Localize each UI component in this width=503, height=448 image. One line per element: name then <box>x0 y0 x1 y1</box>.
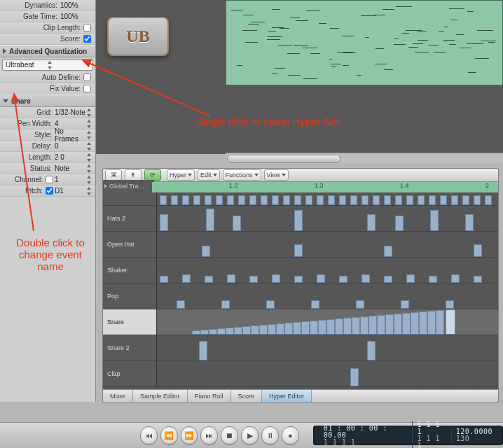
menu-hyper[interactable]: Hyper <box>167 169 195 181</box>
lane-area[interactable] <box>157 335 498 360</box>
lane-header[interactable]: Snare 2 <box>103 335 157 360</box>
menu-view[interactable]: View <box>264 169 289 181</box>
transport-btn-2[interactable]: ⏩ <box>181 426 198 444</box>
ruler-tick: 2 <box>485 182 489 189</box>
transport-btn-4[interactable]: ⏹ <box>221 426 238 444</box>
insp-mid-1[interactable]: Fix Value: <box>0 83 95 94</box>
stepper-icon[interactable] <box>87 153 92 162</box>
lane-area[interactable] <box>157 206 498 231</box>
insp-event-6[interactable]: Channel:1 <box>0 174 95 186</box>
hyper-editor-panel: ⌘ ⇞ ⟳ HyperEditFunctionsView Global Tra…… <box>102 168 499 403</box>
insp-top-1[interactable]: Gate Time:100% <box>0 11 95 22</box>
insp-event-7[interactable]: Pitch:D1 <box>0 186 95 197</box>
insp-event-2-value: No Frames <box>55 127 87 143</box>
insp-event-6-label: Channel: <box>3 176 46 183</box>
lane-pop[interactable]: Pop <box>103 284 498 309</box>
insp-mid-0-checkbox[interactable] <box>83 74 91 81</box>
insp-event-4[interactable]: Length:2 0 <box>0 152 95 163</box>
lane-shaker[interactable]: Shaker <box>103 258 498 284</box>
insp-top-0[interactable]: Dynamics:100% <box>0 0 95 11</box>
tab-hyper-editor[interactable]: Hyper Editor <box>262 390 312 402</box>
insp-event-5-value: Note <box>55 164 87 172</box>
beat-lane <box>157 192 498 205</box>
menu-edit[interactable]: Edit <box>198 169 220 181</box>
insp-event-2-label: Style: <box>3 131 55 139</box>
stepper-icon[interactable] <box>87 131 92 139</box>
tab-sample-editor[interactable]: Sample Editor <box>133 390 188 402</box>
tab-piano-roll[interactable]: Piano Roll <box>188 390 231 402</box>
insp-event-5[interactable]: Status:Note <box>0 163 95 174</box>
catch-button[interactable]: ⇞ <box>125 169 142 181</box>
stepper-icon[interactable] <box>87 120 92 128</box>
lane-area[interactable] <box>157 232 498 257</box>
lane-clap[interactable]: Clap <box>103 361 498 387</box>
arrange-hscrollbar[interactable] <box>226 153 503 163</box>
lane-header[interactable]: Snare <box>103 309 157 335</box>
event-definition-disclosure[interactable]: Snare <box>0 94 95 107</box>
lane-header[interactable]: Pop <box>103 284 157 309</box>
insp-top-3[interactable]: Score: <box>0 34 95 45</box>
stepper-icon[interactable] <box>87 108 92 117</box>
lane-area[interactable] <box>157 309 498 335</box>
lane-open-hat[interactable]: Open Hat <box>103 232 498 258</box>
transport-btn-3[interactable]: ⏭ <box>200 426 218 444</box>
lane-header[interactable]: Shaker <box>103 258 157 283</box>
scrollbar-thumb[interactable] <box>227 155 340 163</box>
stepper-icon[interactable] <box>87 176 92 184</box>
midi-region[interactable] <box>226 0 503 85</box>
insp-event-3-value: 0 <box>55 142 87 150</box>
global-tracks-header[interactable]: Global Tra… <box>103 180 154 193</box>
chevron-down-icon <box>254 174 259 176</box>
insp-event-7-value: D1 <box>55 187 87 195</box>
adv-quant-label: Advanced Quantization <box>9 48 87 55</box>
transport-btn-1[interactable]: ⏪ <box>160 426 178 444</box>
lane-hats-2[interactable]: Hats 2 <box>103 206 498 232</box>
global-tracks-label: Global Tra… <box>109 183 145 190</box>
link-button[interactable]: ⌘ <box>105 169 122 181</box>
stepper-icon[interactable] <box>87 142 92 150</box>
hyper-lanes: Hats 2Open HatShakerPopSnareSnare 2Clap <box>103 192 498 390</box>
insp-top-3-checkbox[interactable] <box>83 35 91 43</box>
transport-lcd[interactable]: 01 : 00 : 00 : 00.001 1 1 11 1 1 11 1 1 … <box>313 426 503 445</box>
insp-event-6-checkbox[interactable] <box>46 176 53 183</box>
insp-mid-0[interactable]: Auto Define: <box>0 72 95 83</box>
tab-mixer[interactable]: Mixer <box>103 390 133 402</box>
lane-header[interactable]: Open Hat <box>103 232 157 257</box>
transport-btn-5[interactable]: ▶ <box>241 426 259 444</box>
lane-header[interactable]: Hats 2 <box>103 206 157 231</box>
transport-btn-0[interactable]: ⏮ <box>140 426 158 444</box>
lane-area[interactable] <box>157 284 498 309</box>
insp-top-1-label: Gate Time: <box>3 13 60 20</box>
insp-event-7-label: Pitch: <box>3 187 46 195</box>
stepper-icon[interactable] <box>87 164 92 173</box>
chevron-down-icon <box>213 174 217 176</box>
transport-btn-6[interactable]: ⏸ <box>261 426 279 444</box>
insp-event-0-value: 1/32-Note <box>55 108 87 116</box>
advanced-quantization-disclosure[interactable]: Advanced Quantization <box>0 45 95 57</box>
lane-area[interactable] <box>157 361 498 386</box>
lane-snare-2[interactable]: Snare 2 <box>103 335 498 361</box>
stepper-icon[interactable] <box>87 187 92 195</box>
transport-bar: ⏮⏪⏩⏭⏹▶⏸●01 : 00 : 00 : 00.001 1 1 11 1 1… <box>0 422 503 448</box>
insp-event-2[interactable]: Style:No Frames <box>0 130 95 141</box>
insp-event-3[interactable]: Delay:0 <box>0 141 95 152</box>
inspector-panel: Dynamics:100%Gate Time:100%Clip Length:S… <box>0 0 96 402</box>
lane-snare[interactable]: Snare <box>103 309 498 335</box>
tab-score[interactable]: Score <box>231 390 263 402</box>
midi-in-icon: ⟳ <box>150 172 156 178</box>
lane-header[interactable]: Clap <box>103 361 157 386</box>
editor-tab-bar: MixerSample EditorPiano RollScoreHyper E… <box>103 389 498 402</box>
lane-area[interactable] <box>157 258 498 283</box>
track-header-button[interactable]: UB <box>107 17 169 56</box>
stepper-icon[interactable] <box>48 61 90 69</box>
insp-top-2[interactable]: Clip Length: <box>0 22 95 34</box>
insp-mid-1-label: Fix Value: <box>3 85 83 92</box>
insp-event-0[interactable]: Grid:1/32-Note <box>0 107 95 118</box>
insp-top-2-checkbox[interactable] <box>83 24 91 31</box>
hyperset-name-field[interactable]: Ultrabeat <box>2 59 93 71</box>
transport-btn-7[interactable]: ● <box>282 426 299 444</box>
midi-in-button[interactable]: ⟳ <box>144 169 161 181</box>
insp-mid-1-checkbox[interactable] <box>83 85 91 92</box>
menu-functions[interactable]: Functions <box>223 169 261 181</box>
insp-event-7-checkbox[interactable] <box>46 187 53 195</box>
